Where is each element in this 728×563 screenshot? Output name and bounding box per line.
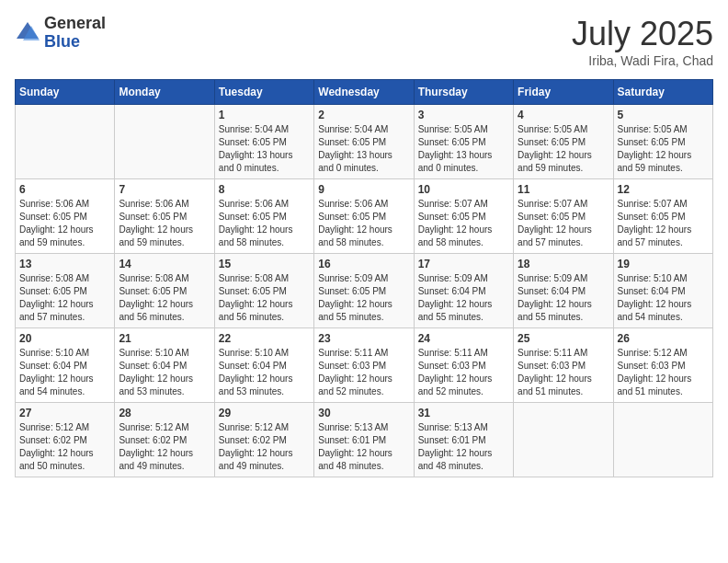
calendar-cell: 10Sunrise: 5:07 AMSunset: 6:05 PMDayligh… <box>414 179 513 254</box>
day-number: 24 <box>418 332 509 345</box>
calendar-cell: 20Sunrise: 5:10 AMSunset: 6:04 PMDayligh… <box>16 328 115 403</box>
week-row-3: 13Sunrise: 5:08 AMSunset: 6:05 PMDayligh… <box>16 254 713 328</box>
calendar-cell <box>16 105 115 179</box>
calendar-cell: 3Sunrise: 5:05 AMSunset: 6:05 PMDaylight… <box>414 105 513 179</box>
day-number: 22 <box>219 332 310 345</box>
cell-details: Sunrise: 5:11 AMSunset: 6:03 PMDaylight:… <box>418 347 509 398</box>
day-number: 12 <box>618 183 709 196</box>
calendar-cell: 12Sunrise: 5:07 AMSunset: 6:05 PMDayligh… <box>613 179 712 254</box>
day-number: 9 <box>318 183 409 196</box>
cell-details: Sunrise: 5:10 AMSunset: 6:04 PMDaylight:… <box>119 347 210 398</box>
calendar-cell: 24Sunrise: 5:11 AMSunset: 6:03 PMDayligh… <box>414 328 513 403</box>
logo-general: General <box>44 15 106 33</box>
week-row-5: 27Sunrise: 5:12 AMSunset: 6:02 PMDayligh… <box>16 403 713 477</box>
cell-details: Sunrise: 5:04 AMSunset: 6:05 PMDaylight:… <box>219 123 310 175</box>
day-number: 17 <box>418 258 509 270</box>
col-header-friday: Friday <box>514 80 613 105</box>
cell-details: Sunrise: 5:07 AMSunset: 6:05 PMDaylight:… <box>518 198 609 249</box>
day-number: 19 <box>618 258 709 270</box>
day-number: 10 <box>418 183 509 196</box>
calendar-cell <box>613 403 712 477</box>
calendar-cell: 21Sunrise: 5:10 AMSunset: 6:04 PMDayligh… <box>115 328 214 403</box>
calendar-cell: 22Sunrise: 5:10 AMSunset: 6:04 PMDayligh… <box>214 328 313 403</box>
day-number: 5 <box>618 109 709 121</box>
calendar-cell: 11Sunrise: 5:07 AMSunset: 6:05 PMDayligh… <box>514 179 613 254</box>
cell-details: Sunrise: 5:06 AMSunset: 6:05 PMDaylight:… <box>219 198 310 249</box>
cell-details: Sunrise: 5:06 AMSunset: 6:05 PMDaylight:… <box>19 198 110 249</box>
day-number: 18 <box>518 258 609 270</box>
calendar-cell: 15Sunrise: 5:08 AMSunset: 6:05 PMDayligh… <box>214 254 313 328</box>
calendar-cell: 2Sunrise: 5:04 AMSunset: 6:05 PMDaylight… <box>314 105 414 179</box>
logo-blue: Blue <box>44 33 106 52</box>
calendar-cell: 23Sunrise: 5:11 AMSunset: 6:03 PMDayligh… <box>314 328 414 403</box>
calendar-cell: 16Sunrise: 5:09 AMSunset: 6:05 PMDayligh… <box>314 254 414 328</box>
cell-details: Sunrise: 5:05 AMSunset: 6:05 PMDaylight:… <box>618 123 709 175</box>
day-number: 7 <box>119 183 210 196</box>
calendar-cell: 26Sunrise: 5:12 AMSunset: 6:03 PMDayligh… <box>613 328 712 403</box>
calendar-cell: 13Sunrise: 5:08 AMSunset: 6:05 PMDayligh… <box>16 254 115 328</box>
cell-details: Sunrise: 5:07 AMSunset: 6:05 PMDaylight:… <box>418 198 509 249</box>
cell-details: Sunrise: 5:11 AMSunset: 6:03 PMDaylight:… <box>318 347 409 398</box>
cell-details: Sunrise: 5:08 AMSunset: 6:05 PMDaylight:… <box>119 272 210 324</box>
week-row-2: 6Sunrise: 5:06 AMSunset: 6:05 PMDaylight… <box>16 179 713 254</box>
cell-details: Sunrise: 5:10 AMSunset: 6:04 PMDaylight:… <box>219 347 310 398</box>
cell-details: Sunrise: 5:06 AMSunset: 6:05 PMDaylight:… <box>119 198 210 249</box>
cell-details: Sunrise: 5:11 AMSunset: 6:03 PMDaylight:… <box>518 347 609 398</box>
col-header-thursday: Thursday <box>414 80 513 105</box>
day-number: 27 <box>19 407 110 419</box>
day-number: 8 <box>219 183 310 196</box>
cell-details: Sunrise: 5:07 AMSunset: 6:05 PMDaylight:… <box>618 198 709 249</box>
calendar-cell <box>115 105 214 179</box>
cell-details: Sunrise: 5:06 AMSunset: 6:05 PMDaylight:… <box>318 198 409 249</box>
day-number: 2 <box>318 109 409 121</box>
col-header-tuesday: Tuesday <box>214 80 313 105</box>
page-header: General Blue July 2025 Iriba, Wadi Fira,… <box>15 15 713 68</box>
calendar-cell: 18Sunrise: 5:09 AMSunset: 6:04 PMDayligh… <box>514 254 613 328</box>
calendar-cell: 29Sunrise: 5:12 AMSunset: 6:02 PMDayligh… <box>214 403 313 477</box>
day-number: 31 <box>418 407 509 419</box>
day-number: 28 <box>119 407 210 419</box>
location: Iriba, Wadi Fira, Chad <box>572 53 713 68</box>
day-number: 23 <box>318 332 409 345</box>
calendar-cell: 25Sunrise: 5:11 AMSunset: 6:03 PMDayligh… <box>514 328 613 403</box>
cell-details: Sunrise: 5:04 AMSunset: 6:05 PMDaylight:… <box>318 123 409 175</box>
day-number: 11 <box>518 183 609 196</box>
calendar-cell: 5Sunrise: 5:05 AMSunset: 6:05 PMDaylight… <box>613 105 712 179</box>
month-title: July 2025 <box>572 15 713 53</box>
cell-details: Sunrise: 5:13 AMSunset: 6:01 PMDaylight:… <box>318 421 409 473</box>
calendar-cell: 30Sunrise: 5:13 AMSunset: 6:01 PMDayligh… <box>314 403 414 477</box>
day-number: 21 <box>119 332 210 345</box>
calendar-cell: 31Sunrise: 5:13 AMSunset: 6:01 PMDayligh… <box>414 403 513 477</box>
logo-text: General Blue <box>44 15 106 52</box>
cell-details: Sunrise: 5:12 AMSunset: 6:02 PMDaylight:… <box>219 421 310 473</box>
calendar-cell: 8Sunrise: 5:06 AMSunset: 6:05 PMDaylight… <box>214 179 313 254</box>
calendar-cell: 28Sunrise: 5:12 AMSunset: 6:02 PMDayligh… <box>115 403 214 477</box>
calendar-cell: 9Sunrise: 5:06 AMSunset: 6:05 PMDaylight… <box>314 179 414 254</box>
cell-details: Sunrise: 5:13 AMSunset: 6:01 PMDaylight:… <box>418 421 509 473</box>
cell-details: Sunrise: 5:08 AMSunset: 6:05 PMDaylight:… <box>219 272 310 324</box>
calendar-cell: 14Sunrise: 5:08 AMSunset: 6:05 PMDayligh… <box>115 254 214 328</box>
cell-details: Sunrise: 5:09 AMSunset: 6:04 PMDaylight:… <box>518 272 609 324</box>
week-row-4: 20Sunrise: 5:10 AMSunset: 6:04 PMDayligh… <box>16 328 713 403</box>
cell-details: Sunrise: 5:05 AMSunset: 6:05 PMDaylight:… <box>418 123 509 175</box>
cell-details: Sunrise: 5:10 AMSunset: 6:04 PMDaylight:… <box>618 272 709 324</box>
cell-details: Sunrise: 5:05 AMSunset: 6:05 PMDaylight:… <box>518 123 609 175</box>
day-number: 26 <box>618 332 709 345</box>
cell-details: Sunrise: 5:09 AMSunset: 6:04 PMDaylight:… <box>418 272 509 324</box>
cell-details: Sunrise: 5:12 AMSunset: 6:02 PMDaylight:… <box>19 421 110 473</box>
day-number: 4 <box>518 109 609 121</box>
col-header-sunday: Sunday <box>16 80 115 105</box>
calendar-cell: 4Sunrise: 5:05 AMSunset: 6:05 PMDaylight… <box>514 105 613 179</box>
day-number: 29 <box>219 407 310 419</box>
cell-details: Sunrise: 5:08 AMSunset: 6:05 PMDaylight:… <box>19 272 110 324</box>
day-number: 14 <box>119 258 210 270</box>
logo: General Blue <box>15 15 106 52</box>
day-number: 3 <box>418 109 509 121</box>
calendar-table: SundayMondayTuesdayWednesdayThursdayFrid… <box>15 79 713 477</box>
week-row-1: 1Sunrise: 5:04 AMSunset: 6:05 PMDaylight… <box>16 105 713 179</box>
day-number: 1 <box>219 109 310 121</box>
day-number: 6 <box>19 183 110 196</box>
calendar-cell <box>514 403 613 477</box>
cell-details: Sunrise: 5:10 AMSunset: 6:04 PMDaylight:… <box>19 347 110 398</box>
title-block: July 2025 Iriba, Wadi Fira, Chad <box>572 15 713 68</box>
